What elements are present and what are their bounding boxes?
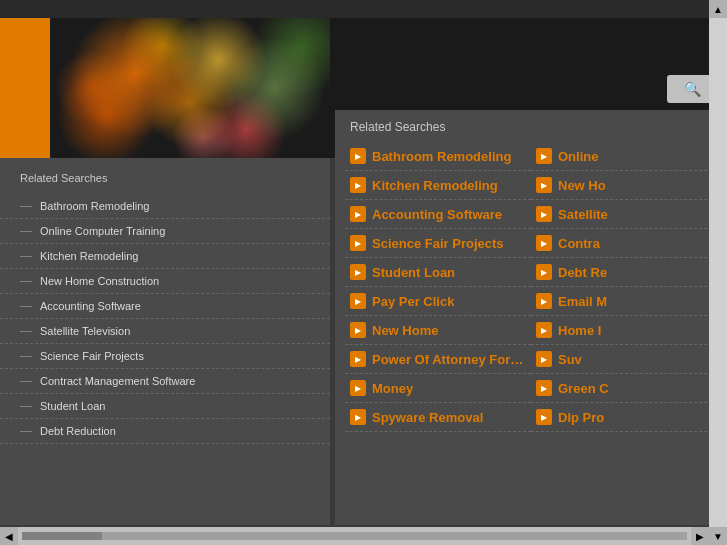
result-icon: [350, 206, 366, 222]
sidebar-item[interactable]: — Debt Reduction: [0, 419, 330, 444]
sidebar-item[interactable]: — Online Computer Training: [0, 219, 330, 244]
sidebar-item-label: Accounting Software: [40, 300, 141, 312]
sidebar-item-label: Student Loan: [40, 400, 105, 412]
bottom-scrollbar[interactable]: ◀ ▶: [0, 527, 709, 545]
result-item-label: Kitchen Remodeling: [372, 178, 498, 193]
result-item-left[interactable]: Student Loan: [345, 258, 531, 287]
sidebar-item[interactable]: — Student Loan: [0, 394, 330, 419]
sidebar-arrow-icon: —: [20, 349, 32, 363]
result-icon: [536, 409, 552, 425]
sidebar-item[interactable]: — Satellite Television: [0, 319, 330, 344]
sidebar-arrow-icon: —: [20, 224, 32, 238]
result-icon: [536, 293, 552, 309]
scroll-right-btn[interactable]: ▶: [691, 527, 709, 545]
result-item-label: New Ho: [558, 178, 606, 193]
sidebar: Related Searches — Bathroom Remodeling —…: [0, 158, 330, 525]
result-item-label: New Home: [372, 323, 438, 338]
sidebar-item[interactable]: — Science Fair Projects: [0, 344, 330, 369]
sidebar-arrow-icon: —: [20, 199, 32, 213]
sidebar-item-label: Contract Management Software: [40, 375, 195, 387]
result-item-left[interactable]: Accounting Software: [345, 200, 531, 229]
result-item-label: Home I: [558, 323, 601, 338]
scroll-left-btn[interactable]: ◀: [0, 527, 18, 545]
result-item-right[interactable]: Debt Re: [531, 258, 717, 287]
right-scrollbar[interactable]: ▲ ▼: [709, 0, 727, 545]
sidebar-arrow-icon: —: [20, 399, 32, 413]
result-icon: [536, 235, 552, 251]
result-icon: [536, 351, 552, 367]
sidebar-arrow-icon: —: [20, 274, 32, 288]
result-item-label: Green C: [558, 381, 609, 396]
sidebar-item-label: Kitchen Remodeling: [40, 250, 138, 262]
result-item-label: Bathroom Remodeling: [372, 149, 511, 164]
result-item-left[interactable]: Money: [345, 374, 531, 403]
result-icon: [350, 351, 366, 367]
sidebar-item[interactable]: — Kitchen Remodeling: [0, 244, 330, 269]
scroll-down-btn[interactable]: ▼: [709, 527, 727, 545]
sidebar-item-label: Science Fair Projects: [40, 350, 144, 362]
result-item-label: Student Loan: [372, 265, 455, 280]
result-icon: [350, 177, 366, 193]
result-item-left[interactable]: Kitchen Remodeling: [345, 171, 531, 200]
sidebar-item-label: New Home Construction: [40, 275, 159, 287]
result-item-left[interactable]: Science Fair Projects: [345, 229, 531, 258]
result-icon: [350, 293, 366, 309]
result-item-right[interactable]: Suv: [531, 345, 717, 374]
result-item-right[interactable]: Email M: [531, 287, 717, 316]
scrollbar-thumb[interactable]: [22, 532, 102, 540]
result-item-right[interactable]: Green C: [531, 374, 717, 403]
result-item-right[interactable]: Home I: [531, 316, 717, 345]
result-item-label: Satellite: [558, 207, 608, 222]
result-icon: [536, 206, 552, 222]
result-icon: [350, 235, 366, 251]
main-panel: Related Searches Bathroom Remodeling Onl…: [335, 110, 727, 525]
result-item-label: Pay Per Click: [372, 294, 454, 309]
results-grid: Bathroom Remodeling Online Kitchen Remod…: [335, 142, 727, 432]
sidebar-arrow-icon: —: [20, 374, 32, 388]
sidebar-item[interactable]: — Bathroom Remodeling: [0, 194, 330, 219]
result-item-label: Spyware Removal: [372, 410, 483, 425]
result-icon: [536, 148, 552, 164]
left-accent: [0, 18, 50, 158]
result-icon: [536, 380, 552, 396]
scrollbar-track[interactable]: [22, 532, 687, 540]
scroll-track[interactable]: [709, 18, 727, 527]
sidebar-arrow-icon: —: [20, 324, 32, 338]
sidebar-item-label: Online Computer Training: [40, 225, 165, 237]
result-item-left[interactable]: Bathroom Remodeling: [345, 142, 531, 171]
sidebar-item[interactable]: — Contract Management Software: [0, 369, 330, 394]
result-icon: [536, 264, 552, 280]
result-item-label: Dlp Pro: [558, 410, 604, 425]
result-item-label: Debt Re: [558, 265, 607, 280]
sidebar-item-label: Debt Reduction: [40, 425, 116, 437]
result-item-right[interactable]: New Ho: [531, 171, 717, 200]
result-item-left[interactable]: Spyware Removal: [345, 403, 531, 432]
result-item-label: Science Fair Projects: [372, 236, 504, 251]
sidebar-item-label: Satellite Television: [40, 325, 130, 337]
sidebar-items-list: — Bathroom Remodeling — Online Computer …: [0, 194, 330, 444]
result-item-right[interactable]: Satellite: [531, 200, 717, 229]
search-icon: 🔍: [684, 81, 701, 97]
result-item-label: Online: [558, 149, 598, 164]
main-panel-title: Related Searches: [335, 110, 727, 142]
result-item-left[interactable]: New Home: [345, 316, 531, 345]
sidebar-item-label: Bathroom Remodeling: [40, 200, 149, 212]
result-item-right[interactable]: Contra: [531, 229, 717, 258]
result-icon: [350, 148, 366, 164]
result-item-right[interactable]: Dlp Pro: [531, 403, 717, 432]
result-item-label: Suv: [558, 352, 582, 367]
top-bar: [0, 0, 727, 18]
result-icon: [350, 380, 366, 396]
sidebar-arrow-icon: —: [20, 249, 32, 263]
result-item-right[interactable]: Online: [531, 142, 717, 171]
sidebar-item[interactable]: — Accounting Software: [0, 294, 330, 319]
sidebar-title: Related Searches: [0, 158, 330, 194]
result-item-left[interactable]: Power Of Attorney Forms: [345, 345, 531, 374]
result-icon: [350, 322, 366, 338]
result-item-left[interactable]: Pay Per Click: [345, 287, 531, 316]
result-item-label: Money: [372, 381, 413, 396]
result-item-label: Contra: [558, 236, 600, 251]
result-icon: [350, 409, 366, 425]
sidebar-item[interactable]: — New Home Construction: [0, 269, 330, 294]
scroll-up-btn[interactable]: ▲: [709, 0, 727, 18]
